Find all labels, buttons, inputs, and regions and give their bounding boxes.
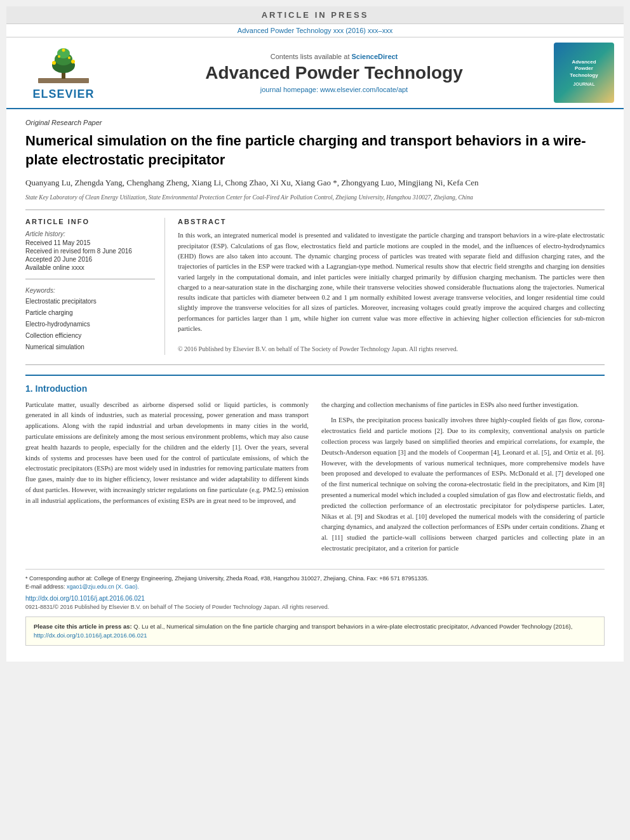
sciencedirect-line: Contents lists available at ScienceDirec… (121, 53, 547, 60)
footnote-email: E-mail address: xgao1@zju.edu.cn (X. Gao… (25, 583, 605, 592)
svg-point-9 (62, 48, 65, 51)
page: ARTICLE IN PRESS Advanced Powder Technol… (6, 6, 624, 662)
abstract-body: In this work, an integrated numerical mo… (178, 232, 605, 331)
paper-title: Numerical simulation on the fine particl… (25, 131, 605, 169)
intro-para-3: In ESPs, the precipitation process basic… (321, 415, 605, 554)
journal-header: ELSEVIER Contents lists available at Sci… (6, 37, 624, 109)
apt-logo-subtext: JOURNAL (573, 82, 595, 86)
section-title: 1. Introduction (25, 383, 605, 394)
intro-col-right: the charging and collection mechanisms o… (321, 400, 605, 559)
elsevier-logo: ELSEVIER (13, 45, 114, 101)
main-content: Original Research Paper Numerical simula… (6, 109, 624, 662)
contents-label: Contents lists available at (271, 53, 350, 60)
section-name: Introduction (36, 383, 88, 394)
introduction-text: Particulate matter, usually described as… (25, 400, 605, 559)
keyword-5: Numerical simulation (25, 342, 155, 353)
online-date: Available online xxxx (25, 264, 155, 271)
paper-type: Original Research Paper (25, 119, 605, 126)
authors-list: Quanyang Lu, Zhengda Yang, Chenghang Zhe… (25, 177, 605, 190)
apt-logo-text: AdvancedPowderTechnology (570, 59, 598, 79)
apt-logo-area: AdvancedPowderTechnology JOURNAL (554, 43, 617, 103)
apt-logo: AdvancedPowderTechnology JOURNAL (554, 43, 614, 103)
keyword-3: Electro-hydrodynamics (25, 319, 155, 330)
journal-ref-text: Advanced Powder Technology xxx (2016) xx… (238, 27, 392, 34)
article-in-press-text: ARTICLE IN PRESS (262, 10, 369, 20)
article-info-heading: ARTICLE INFO (25, 218, 155, 225)
keywords-label: Keywords: (25, 287, 155, 294)
intro-para-1: Particulate matter, usually described as… (25, 400, 309, 507)
divider-1 (25, 210, 605, 210)
footnote-area: * Corresponding author at: College of En… (25, 569, 605, 592)
revised-date: Received in revised form 8 June 2016 (25, 248, 155, 255)
svg-rect-0 (38, 78, 89, 83)
keyword-2: Particle charging (25, 307, 155, 319)
keyword-1: Electrostatic precipitators (25, 296, 155, 307)
article-in-press-banner: ARTICLE IN PRESS (6, 6, 624, 24)
intro-col-left: Particulate matter, usually described as… (25, 400, 309, 559)
homepage-url[interactable]: www.elsevier.com/locate/apt (320, 86, 408, 93)
journal-title: Advanced Powder Technology (121, 63, 547, 83)
citation-text: Q. Lu et al., Numerical simulation on th… (133, 623, 572, 630)
footnote-star: * Corresponding author at: College of En… (25, 575, 605, 583)
doi-link[interactable]: http://dx.doi.org/10.1016/j.apt.2016.06.… (25, 595, 605, 602)
divider-2 (25, 364, 605, 365)
bottom-copyright: 0921-8831/© 2016 Published by Elsevier B… (25, 604, 605, 610)
keywords-divider (25, 279, 155, 279)
abstract-text: In this work, an integrated numerical mo… (178, 230, 605, 354)
email-label: E-mail address: (25, 583, 65, 590)
introduction-section: 1. Introduction Particulate matter, usua… (25, 375, 605, 559)
svg-point-6 (71, 60, 75, 63)
svg-point-7 (58, 55, 60, 58)
abstract-heading: ABSTRACT (178, 218, 605, 225)
history-label: Article history: (25, 230, 155, 237)
elsevier-logo-area: ELSEVIER (13, 45, 114, 101)
accepted-date: Accepted 20 June 2016 (25, 256, 155, 263)
journal-center-info: Contents lists available at ScienceDirec… (121, 53, 547, 93)
section-number: 1. (25, 383, 33, 394)
intro-para-2: the charging and collection mechanisms o… (321, 400, 605, 411)
abstract-column: ABSTRACT In this work, an integrated num… (178, 218, 605, 354)
abstract-copyright: © 2016 Published by Elsevier B.V. on beh… (178, 345, 458, 352)
journal-ref-line: Advanced Powder Technology xxx (2016) xx… (6, 24, 624, 37)
keywords-section: Keywords: Electrostatic precipitators Pa… (25, 279, 155, 353)
keyword-4: Collection efficiency (25, 330, 155, 342)
article-info-column: ARTICLE INFO Article history: Received 1… (25, 218, 165, 354)
affiliation: State Key Laboratory of Clean Energy Uti… (25, 194, 605, 202)
svg-point-8 (68, 57, 70, 59)
citation-box: Please cite this article in press as: Q.… (25, 617, 605, 646)
citation-doi[interactable]: http://dx.doi.org/10.1016/j.apt.2016.06.… (34, 632, 147, 639)
journal-homepage: journal homepage: www.elsevier.com/locat… (121, 86, 547, 93)
elsevier-wordmark: ELSEVIER (32, 88, 94, 101)
sciencedirect-link[interactable]: ScienceDirect (352, 53, 398, 60)
article-info-abstract: ARTICLE INFO Article history: Received 1… (25, 218, 605, 354)
authors-text: Quanyang Lu, Zhengda Yang, Chenghang Zhe… (25, 178, 478, 187)
email-address[interactable]: xgao1@zju.edu.cn (X. Gao). (67, 583, 139, 590)
received-date: Received 11 May 2015 (25, 239, 155, 246)
homepage-label: journal homepage: (260, 86, 318, 93)
citation-label: Please cite this article in press as: (34, 623, 132, 630)
elsevier-tree-icon (35, 45, 92, 86)
svg-point-5 (52, 61, 56, 65)
